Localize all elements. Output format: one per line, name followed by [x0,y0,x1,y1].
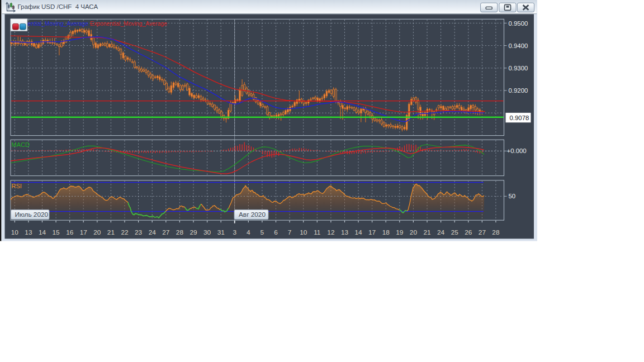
svg-text:12: 12 [327,228,334,236]
svg-text:13: 13 [25,228,32,236]
svg-text:20: 20 [93,228,101,236]
svg-text:14: 14 [39,228,46,236]
svg-text:16: 16 [66,228,74,236]
svg-text:19: 19 [396,228,403,236]
svg-text:Авг 2020: Авг 2020 [239,211,266,218]
svg-text:28: 28 [492,228,500,236]
svg-text:0.9500: 0.9500 [509,20,528,27]
svg-text:30: 30 [203,228,211,236]
svg-text:21: 21 [107,228,115,236]
svg-text:0.9078: 0.9078 [510,115,529,121]
svg-text:31: 31 [217,228,225,236]
svg-text:4: 4 [247,228,250,236]
svg-text:5: 5 [261,228,264,236]
svg-text:20: 20 [410,228,418,236]
svg-text:+0.000: +0.000 [507,147,527,154]
svg-text:27: 27 [479,228,486,236]
svg-text:14: 14 [354,228,362,236]
svg-text:График USD /CHF 4 ЧАСА: График USD /CHF 4 ЧАСА [18,3,98,10]
svg-text:13: 13 [341,228,349,236]
svg-text:Июль 2020: Июль 2020 [15,211,49,218]
svg-text:7: 7 [288,228,292,236]
svg-text:6: 6 [274,228,278,236]
svg-text:29: 29 [190,228,197,236]
svg-text:28: 28 [176,228,184,236]
svg-text:RSI: RSI [12,183,22,189]
svg-text:18: 18 [382,228,390,236]
svg-text:ential_Moving_Average: ential_Moving_Average [28,21,89,27]
svg-text:MACD: MACD [12,141,30,148]
svg-text:0.9400: 0.9400 [509,42,528,49]
svg-text:23: 23 [135,228,143,236]
svg-text:24: 24 [437,228,445,236]
svg-text:50: 50 [509,193,516,199]
svg-text:24: 24 [149,228,157,236]
svg-text:21: 21 [423,228,430,236]
svg-text:17: 17 [368,228,376,236]
svg-text:0.9200: 0.9200 [509,87,528,94]
svg-text:22: 22 [121,228,128,236]
svg-text:27: 27 [162,228,169,236]
svg-text:Exponential_Moving_Average: Exponential_Moving_Average [90,21,167,27]
svg-text:11: 11 [314,228,320,236]
svg-text:0.9300: 0.9300 [509,65,528,72]
svg-text:10: 10 [11,228,19,236]
svg-text:15: 15 [53,228,60,236]
svg-text:25: 25 [451,228,459,236]
svg-text:10: 10 [300,228,307,236]
svg-text:26: 26 [465,228,472,236]
svg-text:3: 3 [233,228,236,236]
svg-text:17: 17 [80,228,87,236]
